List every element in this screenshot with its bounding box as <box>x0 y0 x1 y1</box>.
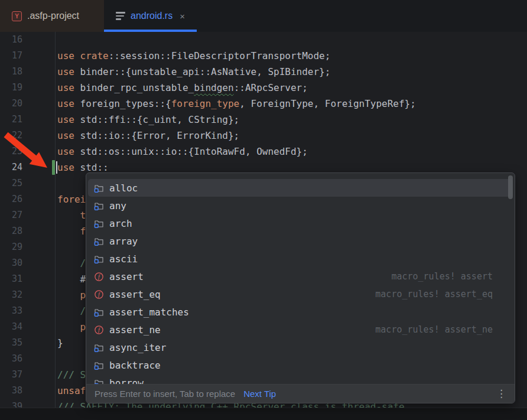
line-number: 16 <box>0 32 22 48</box>
completion-item-alloc[interactable]: alloc <box>88 179 513 197</box>
completion-label: assert_ne <box>109 324 161 336</box>
completion-item-assert[interactable]: fassertmacro_rules! assert <box>88 268 513 285</box>
module-icon <box>94 307 104 317</box>
tab-android-rs[interactable]: android.rs × <box>104 0 197 32</box>
popup-scrollbar[interactable] <box>508 175 513 199</box>
line-number: 35 <box>0 335 22 351</box>
macro-icon: f <box>94 272 104 282</box>
line-number: 37 <box>0 367 22 383</box>
completion-item-async_iter[interactable]: async_iter <box>88 338 513 356</box>
module-icon <box>94 343 104 353</box>
module-icon <box>94 201 104 211</box>
line-number: 19 <box>0 80 22 96</box>
line-number: 21 <box>0 112 22 128</box>
completion-item-assert_ne[interactable]: fassert_nemacro_rules! assert_ne <box>88 321 513 338</box>
tab-label: .asfp-project <box>27 11 79 21</box>
completion-hint: Press Enter to insert, Tab to replace <box>95 389 235 399</box>
line-number: 32 <box>0 287 22 303</box>
line-number: 30 <box>0 255 22 271</box>
completion-tail-text: macro_rules! assert_ne <box>375 324 493 335</box>
completion-item-array[interactable]: array <box>88 232 513 250</box>
completion-item-arch[interactable]: arch <box>88 214 513 232</box>
line-number: 39 <box>0 399 22 408</box>
completion-label: assert <box>109 271 144 282</box>
line-number: 18 <box>0 64 22 80</box>
code-line-21[interactable]: 21use std::ffi::{c_uint, CString}; <box>0 112 527 128</box>
completion-label: ascii <box>109 253 138 265</box>
code-line-23[interactable]: 23use std::os::unix::io::{IntoRawFd, Own… <box>0 144 527 159</box>
tab-close-icon[interactable]: × <box>180 12 185 21</box>
text-caret <box>56 161 57 174</box>
line-number: 22 <box>0 128 22 144</box>
svg-text:f: f <box>98 291 100 298</box>
completion-label: arch <box>109 218 132 229</box>
macro-icon: f <box>94 325 104 335</box>
editor-tab-bar: Y .asfp-project android.rs × <box>0 0 527 32</box>
line-number: 36 <box>0 351 22 367</box>
code-line-22[interactable]: 22use std::io::{Error, ErrorKind}; <box>0 128 527 144</box>
module-icon <box>94 360 104 370</box>
code-line-18[interactable]: 18use binder::{unstable_api::AsNative, S… <box>0 64 527 80</box>
completion-tail-text: macro_rules! assert_eq <box>375 289 493 299</box>
svg-text:f: f <box>98 327 100 333</box>
code-line-17[interactable]: 17use crate::session::FileDescriptorTran… <box>0 48 527 64</box>
code-line-19[interactable]: 19use binder_rpc_unstable_bindgen::ARpcS… <box>0 80 527 96</box>
code-line-20[interactable]: 20use foreign_types::{foreign_type, Fore… <box>0 96 527 112</box>
completion-label: assert_eq <box>109 289 161 300</box>
line-number: 33 <box>0 303 22 319</box>
completion-tail-text: macro_rules! assert <box>391 271 493 282</box>
macro-icon: f <box>94 289 104 299</box>
line-number: 26 <box>0 191 22 207</box>
next-tip-link[interactable]: Next Tip <box>243 389 276 399</box>
tab-label: android.rs <box>131 11 173 21</box>
svg-text:f: f <box>98 274 100 280</box>
completion-label: array <box>109 236 138 247</box>
completion-label: any <box>109 200 126 211</box>
yaml-file-icon: Y <box>12 11 22 21</box>
completion-label: assert_matches <box>109 307 189 318</box>
tab-asfp-project[interactable]: Y .asfp-project <box>0 0 104 32</box>
completion-item-assert_eq[interactable]: fassert_eqmacro_rules! assert_eq <box>88 285 513 303</box>
ide-window: Y .asfp-project android.rs × 1617use cra… <box>0 0 527 420</box>
module-icon <box>94 236 104 246</box>
line-number: 25 <box>0 175 22 191</box>
completion-item-assert_matches[interactable]: assert_matches <box>88 303 513 321</box>
more-options-icon[interactable]: ⋮ <box>496 388 506 400</box>
line-number: 31 <box>0 271 22 287</box>
completion-item-any[interactable]: any <box>88 197 513 214</box>
completion-label: backtrace <box>109 360 161 371</box>
completion-label: alloc <box>109 183 138 194</box>
rust-file-icon <box>116 12 125 19</box>
completion-footer: Press Enter to insert, Tab to replace Ne… <box>86 384 515 403</box>
code-line-16[interactable]: 16 <box>0 32 527 48</box>
line-number: 28 <box>0 223 22 239</box>
module-icon <box>94 183 104 193</box>
module-icon <box>94 254 104 264</box>
line-number: 20 <box>0 96 22 112</box>
line-number: 38 <box>0 383 22 399</box>
line-number: 34 <box>0 319 22 335</box>
line-number: 27 <box>0 207 22 223</box>
completion-item-ascii[interactable]: ascii <box>88 250 513 268</box>
change-marker <box>52 160 55 175</box>
line-number: 29 <box>0 239 22 255</box>
completion-label: async_iter <box>109 342 166 353</box>
completion-item-backtrace[interactable]: backtrace <box>88 356 513 374</box>
line-number: 24 <box>0 159 22 175</box>
line-number: 23 <box>0 144 22 159</box>
completion-popup: allocanyarcharrayasciifassertmacro_rules… <box>86 172 515 403</box>
line-number: 17 <box>0 48 22 64</box>
module-icon <box>94 219 104 229</box>
bottom-strip <box>0 408 527 420</box>
completion-list: allocanyarcharrayasciifassertmacro_rules… <box>86 173 515 385</box>
